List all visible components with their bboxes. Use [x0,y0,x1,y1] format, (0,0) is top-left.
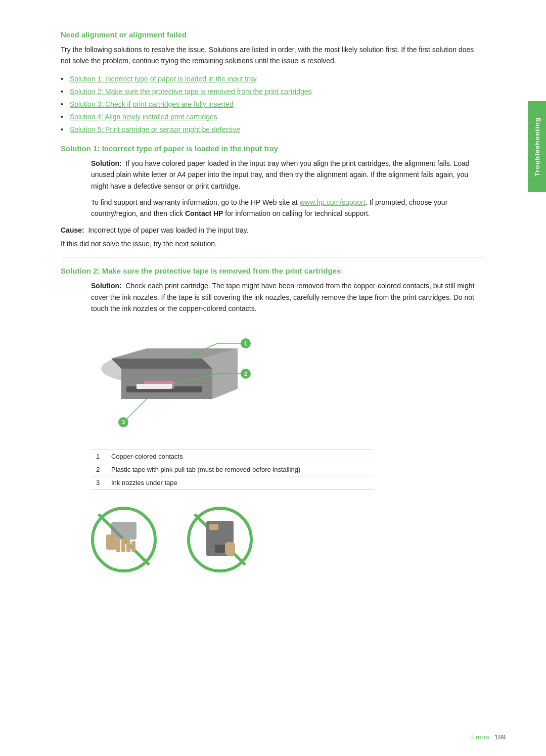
list-item: Solution 2: Make sure the protective tap… [61,86,485,97]
svg-line-16 [126,399,147,419]
solution2-link[interactable]: Solution 2: Make sure the protective tap… [70,87,312,96]
list-item: Solution 5: Print cartridge or sensor mi… [61,124,485,135]
list-item: Solution 4: Align newly installed print … [61,112,485,122]
svg-rect-30 [209,524,218,530]
solution1-label: Solution: [91,159,122,167]
intro-paragraph: Try the following solutions to resolve t… [61,44,485,67]
hp-support-link[interactable]: www.hp.com/support [300,198,366,206]
svg-rect-31 [215,545,225,553]
solution2-heading: Solution 2: Make sure the protective tap… [61,266,485,275]
svg-text:3: 3 [122,419,125,425]
solution5-link[interactable]: Solution 5: Print cartridge or sensor mi… [70,125,240,134]
support-end: for information on calling for technical… [223,209,370,217]
svg-rect-26 [131,541,135,552]
list-item: Solution 3: Check if print cartridges ar… [61,99,485,110]
solutions-list: Solution 1: Incorrect type of paper is l… [61,74,485,135]
section-divider [61,257,485,257]
svg-text:2: 2 [244,371,247,377]
solution2-label: Solution: [91,282,122,290]
svg-rect-22 [106,535,116,550]
solution1-link[interactable]: Solution 1: Incorrect type of paper is l… [70,75,257,83]
solution1-body: If you have colored paper loaded in the … [91,159,470,190]
svg-text:1: 1 [244,340,247,346]
contact-hp-bold: Contact HP [185,209,223,217]
support-pre: To find support and warranty information… [91,198,300,206]
section-heading: Need alignment or alignment failed [61,30,485,39]
warning-icons [91,507,485,572]
table-row: 2 Plastic tape with pink pull tab (must … [91,463,374,476]
troubleshooting-tab: Troubleshooting [528,101,546,192]
printer-svg: 1 2 3 [91,323,253,444]
solution3-link[interactable]: Solution 3: Check if print cartridges ar… [70,100,234,108]
printer-illustration: 1 2 3 1 Copper-colo [91,323,485,498]
warning-icon-2 [187,507,253,572]
warning-icon-1 [91,507,157,572]
solution4-link[interactable]: Solution 4: Align newly installed print … [70,113,217,121]
solution2-text: Solution: Check each print cartridge. Th… [91,280,485,314]
table-row: 3 Ink nozzles under tape [91,476,374,490]
callout-table: 1 Copper-colored contacts 2 Plastic tape… [91,450,374,490]
callout3-text: Ink nozzles under tape [106,476,374,490]
cause1-label: Cause: [61,226,84,234]
svg-rect-33 [225,542,235,553]
side-tab-label: Troubleshooting [533,117,541,176]
svg-rect-7 [136,384,172,389]
callout2-text: Plastic tape with pink pull tab (must be… [106,463,374,476]
list-item: Solution 1: Incorrect type of paper is l… [61,74,485,84]
footer-page: 189 [494,733,506,741]
callout1-text: Copper-colored contacts [106,450,374,463]
cause1-body: Incorrect type of paper was loaded in th… [88,226,248,234]
solution1-text: Solution: If you have colored paper load… [91,158,485,192]
callout1-num: 1 [91,450,106,463]
solution1-support: To find support and warranty information… [91,197,485,219]
solution1-heading: Solution 1: Incorrect type of paper is l… [61,144,485,153]
svg-rect-24 [121,538,125,552]
table-row: 1 Copper-colored contacts [91,450,374,463]
svg-marker-1 [111,359,212,369]
callout3-num: 3 [91,476,106,490]
svg-rect-23 [116,540,120,552]
cause1: Cause: Incorrect type of paper was loade… [61,225,485,236]
svg-rect-25 [126,540,130,552]
callout2-num: 2 [91,463,106,476]
solution2-body: Check each print cartridge. The tape mig… [91,282,474,313]
next-solution1: If this did not solve the issue, try the… [61,240,485,248]
footer-section: Errors [471,733,489,741]
footer: Errors 189 [471,733,506,741]
